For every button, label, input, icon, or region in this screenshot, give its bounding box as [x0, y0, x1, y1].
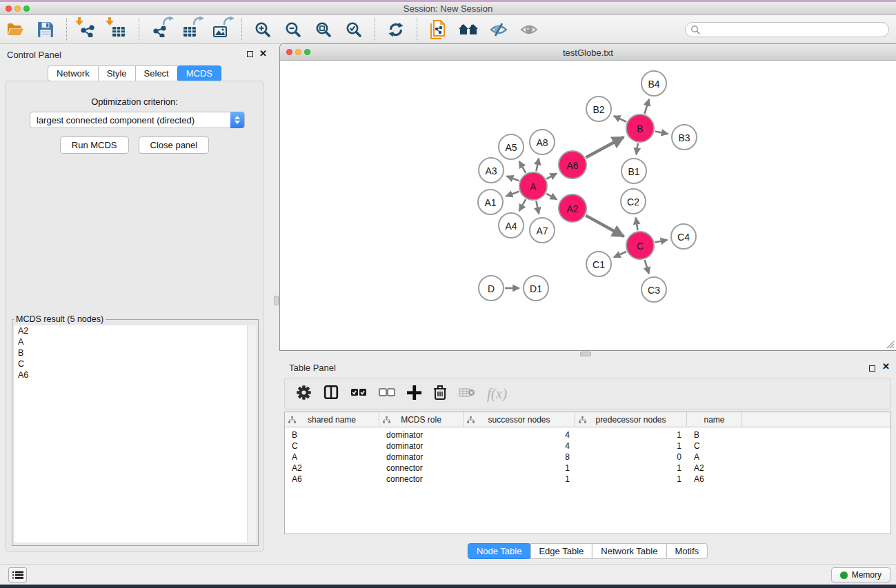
graph-edge-A-A7[interactable] [536, 201, 539, 214]
table-cell[interactable]: 4 [464, 441, 575, 452]
table-cell[interactable]: C [687, 441, 742, 452]
deselect-all-button[interactable] [379, 387, 395, 400]
table-cell[interactable]: B [687, 430, 742, 441]
tab-select[interactable]: Select [135, 65, 178, 81]
close-panel-button[interactable]: ✕ [259, 48, 267, 59]
table-cell[interactable]: C [285, 441, 379, 452]
graph-node-C3[interactable]: C3 [641, 277, 666, 302]
table-cell[interactable]: A2 [285, 463, 379, 474]
table-cell[interactable]: 1 [575, 463, 687, 474]
graph-edge-C-C2[interactable] [636, 218, 638, 231]
result-item-c[interactable]: C [14, 358, 247, 369]
graph-node-A[interactable]: A [519, 172, 547, 200]
graph-edge-A-A4[interactable] [519, 199, 526, 211]
graph-node-D1[interactable]: D1 [524, 276, 548, 301]
table-cell[interactable]: dominator [379, 430, 464, 441]
graph-edge-B-B1[interactable] [636, 143, 637, 154]
graph-edge-A-A6[interactable] [546, 173, 557, 179]
open-session-button[interactable] [4, 19, 26, 41]
result-item-a2[interactable]: A2 [14, 325, 247, 336]
graph-edge-A2-C[interactable] [586, 216, 624, 236]
close-panel-button-mcds[interactable]: Close panel [139, 136, 210, 154]
float-panel-button[interactable] [247, 50, 253, 59]
tab-node-table[interactable]: Node Table [468, 543, 531, 559]
table-cell[interactable]: connector [379, 463, 464, 474]
export-image-button[interactable] [210, 19, 232, 41]
graph-edge-A-A5[interactable] [519, 161, 526, 173]
graph-node-C2[interactable]: C2 [621, 189, 646, 214]
graph-node-A3[interactable]: A3 [479, 158, 504, 183]
export-network-button[interactable] [149, 19, 171, 41]
table-cell[interactable]: 1 [575, 474, 687, 485]
column-header-shared-name[interactable]: shared name [285, 412, 379, 427]
graph-edge-A-A3[interactable] [507, 176, 519, 181]
show-details-button[interactable] [518, 19, 540, 41]
graph-node-B4[interactable]: B4 [641, 71, 666, 96]
graph-edge-C-C1[interactable] [614, 252, 626, 257]
run-mcds-button[interactable]: Run MCDS [60, 136, 129, 154]
graph-node-B2[interactable]: B2 [586, 97, 611, 121]
tab-style[interactable]: Style [98, 65, 136, 81]
result-scrollbar[interactable] [247, 325, 256, 543]
task-history-button[interactable] [8, 567, 27, 582]
column-header-MCDS-role[interactable]: MCDS role [379, 412, 464, 427]
graph-node-A8[interactable]: A8 [530, 130, 555, 154]
graph-node-D[interactable]: D [479, 276, 504, 301]
search-input[interactable] [685, 22, 889, 37]
settings-gear-button[interactable] [296, 385, 312, 403]
zoom-fit-button[interactable] [312, 19, 335, 41]
table-cell[interactable]: dominator [379, 441, 464, 452]
graph-edge-B-B2[interactable] [614, 116, 626, 122]
home-button[interactable] [457, 19, 479, 41]
graph-node-C[interactable]: C [626, 232, 654, 259]
table-cell[interactable]: A6 [285, 474, 379, 485]
zoom-in-button[interactable] [252, 19, 274, 41]
add-column-button[interactable] [407, 385, 421, 403]
graph-edge-A-A8[interactable] [536, 159, 539, 172]
graph-node-B[interactable]: B [626, 114, 654, 142]
zoom-out-button[interactable] [282, 19, 304, 41]
graph-node-A2[interactable]: A2 [559, 194, 586, 222]
graph-edge-B-B3[interactable] [655, 131, 668, 134]
tab-edge-table[interactable]: Edge Table [530, 543, 593, 559]
table-row-a[interactable]: Adominator80A [285, 452, 890, 463]
result-item-b[interactable]: B [14, 347, 247, 358]
table-row-b[interactable]: Bdominator41B [285, 430, 890, 441]
column-header-name[interactable]: name [687, 412, 742, 427]
graph-node-A5[interactable]: A5 [499, 134, 524, 159]
tab-network[interactable]: Network [48, 65, 99, 81]
table-cell[interactable]: 1 [464, 474, 575, 485]
column-view-button[interactable] [323, 385, 339, 403]
table-row-a6[interactable]: A6connector11A6 [285, 474, 890, 485]
graph-edge-C-C4[interactable] [655, 240, 668, 243]
function-builder-button[interactable]: f(x) [487, 385, 507, 403]
network-file-button[interactable] [427, 19, 449, 41]
graph-edge-A6-B[interactable] [586, 137, 624, 158]
save-session-button[interactable] [34, 19, 57, 41]
refresh-button[interactable] [385, 19, 407, 41]
graph-node-B1[interactable]: B1 [621, 159, 646, 183]
graph-node-C4[interactable]: C4 [671, 224, 696, 249]
table-cell[interactable]: 1 [575, 441, 687, 452]
horizontal-splitter-handle[interactable] [580, 352, 591, 356]
table-cell[interactable]: B [285, 430, 379, 441]
import-table-button[interactable] [107, 19, 129, 41]
export-table-button[interactable] [179, 19, 201, 41]
column-header-predecessor-nodes[interactable]: predecessor nodes [575, 412, 687, 427]
graph-node-A4[interactable]: A4 [499, 213, 524, 238]
column-header-successor-nodes[interactable]: successor nodes [464, 412, 575, 427]
window-resize-grip[interactable] [885, 339, 895, 349]
close-table-panel-button[interactable]: ✕ [882, 361, 890, 372]
float-table-panel-button[interactable] [869, 364, 875, 374]
graph-node-B3[interactable]: B3 [672, 125, 697, 150]
table-cell[interactable]: 1 [575, 430, 687, 441]
tab-mcds[interactable]: MCDS [177, 65, 221, 81]
tab-motifs[interactable]: Motifs [666, 543, 708, 559]
table-cell[interactable]: A [687, 452, 742, 463]
vertical-splitter-handle[interactable] [274, 296, 279, 305]
network-window-titlebar[interactable]: testGlobe.txt [280, 44, 896, 61]
network-canvas[interactable]: B4B2BB3A5A8A6B1A3AA1C2A4A7A2C4CC1C3DD1 [280, 61, 896, 350]
table-cell[interactable]: 4 [464, 430, 575, 441]
table-cell[interactable]: 1 [464, 463, 575, 474]
graph-node-A7[interactable]: A7 [530, 218, 555, 243]
